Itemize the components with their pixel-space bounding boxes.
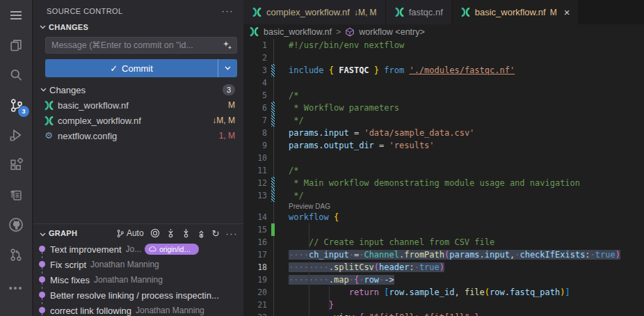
github-icon[interactable] [6,215,26,235]
tab-fastqc.nf[interactable]: fastqc.nf [386,0,452,24]
code-line-4[interactable]: 4 [243,77,644,89]
commit-row[interactable]: Better resolve linking / process inspect… [33,287,243,303]
fetch-icon[interactable] [166,228,175,238]
source-control-icon[interactable]: 3 [6,95,26,115]
run-debug-icon[interactable] [6,125,26,145]
code-text[interactable]: } [267,299,334,311]
push-icon[interactable] [197,228,206,238]
pull-request-icon[interactable] [6,245,26,264]
file-row-complex_workflow.nf[interactable]: complex_workflow.nf↓M, M [33,113,243,128]
code-line-11[interactable]: 11/* [243,164,644,177]
refresh-icon[interactable]: ↻ [212,228,220,239]
commit-message-input[interactable] [51,40,223,50]
line-number[interactable]: 2 [243,53,267,63]
code-line-9[interactable]: 9params.output_dir = 'results' [243,139,644,152]
graph-section-header[interactable]: GRAPH Auto ↻ ··· [33,224,243,242]
code-line-16[interactable]: 16 // Create input channel from CSV file [243,236,644,248]
code-line-21[interactable]: 21 } [243,299,644,311]
code-text[interactable]: params.output_dir = 'results' [267,139,435,152]
close-icon[interactable]: × [564,6,570,18]
code-text[interactable]: * Workflow parameters [267,102,399,114]
code-line-22[interactable]: 22········.view·{ "${it[0]}: ${it[1]}" } [243,311,644,316]
changes-group-row[interactable]: Changes 3 [33,82,243,97]
breadcrumb-symbol[interactable]: workflow <entry> [359,27,424,37]
changes-section-header[interactable]: CHANGES [33,20,243,34]
code-line-7[interactable]: 7 */ [243,114,644,127]
commit-dropdown-chevron[interactable] [218,59,237,77]
line-number[interactable]: 9 [243,141,267,150]
line-number[interactable]: 22 [243,313,267,316]
code-text[interactable]: /* [267,89,298,102]
auto-branch-toggle[interactable]: Auto [116,228,144,238]
line-number[interactable]: 18 [243,262,267,272]
commit-row[interactable]: Misc fixesJonathan Manning [33,272,243,287]
sparkle-icon[interactable] [223,40,232,50]
code-line-8[interactable]: 8params.input = 'data/sample_data.csv' [243,127,644,139]
files-icon[interactable] [6,35,26,55]
graph-more-icon[interactable]: ··· [226,228,239,239]
code-line-12[interactable]: 12 * Main workflow demonstrating module … [243,177,644,189]
line-number[interactable]: 11 [243,166,267,175]
commit-button[interactable]: ✓ Commit [45,59,237,77]
code-text[interactable]: ····ch_input·=·Channel.fromPath(params.i… [267,248,620,261]
line-number[interactable]: 17 [243,250,267,260]
code-line-20[interactable]: 20 return [row.sample_id, file(row.fastq… [243,286,644,299]
code-line-6[interactable]: 6 * Workflow parameters [243,102,644,114]
code-line-1[interactable]: 1#!/usr/bin/env nextflow [243,39,644,52]
line-number[interactable]: 1 [243,40,267,50]
code-line-19[interactable]: 19········.map·{·row·-> [243,274,644,286]
line-number[interactable]: 14 [243,212,267,222]
line-number[interactable]: 4 [243,78,267,88]
code-line-5[interactable]: 5/* [243,89,644,102]
branch-badge[interactable]: origin/ide-featu... [145,244,199,255]
code-text[interactable]: include { FASTQC } from './modules/fastq… [267,64,515,77]
line-number[interactable]: 7 [243,116,267,125]
line-number[interactable]: 6 [243,103,267,113]
code-line-14[interactable]: 14workflow { [243,211,644,223]
search-icon[interactable] [6,65,26,85]
target-icon[interactable] [150,228,160,238]
line-number[interactable]: 8 [243,128,267,138]
sidebar-more-icon[interactable]: ··· [222,6,234,16]
code-line-17[interactable]: 17····ch_input·=·Channel.fromPath(params… [243,248,644,261]
code-text[interactable]: return [row.sample_id, file(row.fastq_pa… [267,286,570,299]
line-number[interactable]: 21 [243,300,267,310]
extensions-icon[interactable] [6,155,26,175]
code-line-10[interactable]: 10 [243,152,644,164]
line-number[interactable]: 12 [243,178,267,188]
commit-row[interactable]: Fix scriptJonathan Manning [33,257,243,272]
more-icon[interactable]: ••• [6,278,26,298]
code-text[interactable]: params.input = 'data/sample_data.csv' [267,127,474,139]
file-row-basic_workflow.nf[interactable]: basic_workflow.nfM [33,97,243,113]
line-number[interactable]: 16 [243,237,267,247]
code-text[interactable]: workflow { [267,211,339,223]
tab-complex_workflow.nf[interactable]: complex_workflow.nf↓M, M [243,0,386,24]
code-text[interactable]: ········.splitCsv(header:·true) [267,261,444,274]
code-text[interactable]: #!/usr/bin/env nextflow [267,39,404,52]
line-number[interactable]: 20 [243,287,267,297]
breadcrumb[interactable]: basic_workflow.nf > workflow <entry> [243,24,644,39]
line-number[interactable]: 13 [243,191,267,200]
codelens-preview-dag[interactable]: Preview DAG [243,202,644,211]
line-number[interactable]: 15 [243,225,267,235]
code-text[interactable]: ········.map·{·row·-> [267,274,394,286]
code-text[interactable]: // Create input channel from CSV file [267,236,494,248]
line-number[interactable]: 5 [243,90,267,100]
commit-row[interactable]: Text improvementJo...origin/ide-featu... [33,242,243,257]
code-line-2[interactable]: 2 [243,52,644,64]
tab-basic_workflow.nf[interactable]: basic_workflow.nfM× [452,0,579,24]
line-number[interactable]: 10 [243,153,267,163]
pull-icon[interactable] [182,228,191,238]
code-line-15[interactable]: 15 [243,223,644,236]
menu-icon[interactable] [6,6,26,25]
code-line-3[interactable]: 3include { FASTQC } from './modules/fast… [243,64,644,77]
file-row-nextflow.config[interactable]: ⚙nextflow.config1, M [33,128,243,143]
code-line-18[interactable]: 18········.splitCsv(header:·true) [243,261,644,274]
code-text[interactable]: /* [267,164,298,177]
code-text[interactable]: * Main workflow demonstrating module usa… [267,177,580,189]
line-number[interactable]: 3 [243,65,267,75]
breadcrumb-file[interactable]: basic_workflow.nf [264,27,332,37]
commit-row[interactable]: correct link followingJonathan Manning [33,303,243,316]
line-number[interactable]: 19 [243,275,267,285]
code-line-13[interactable]: 13 */ [243,189,644,202]
